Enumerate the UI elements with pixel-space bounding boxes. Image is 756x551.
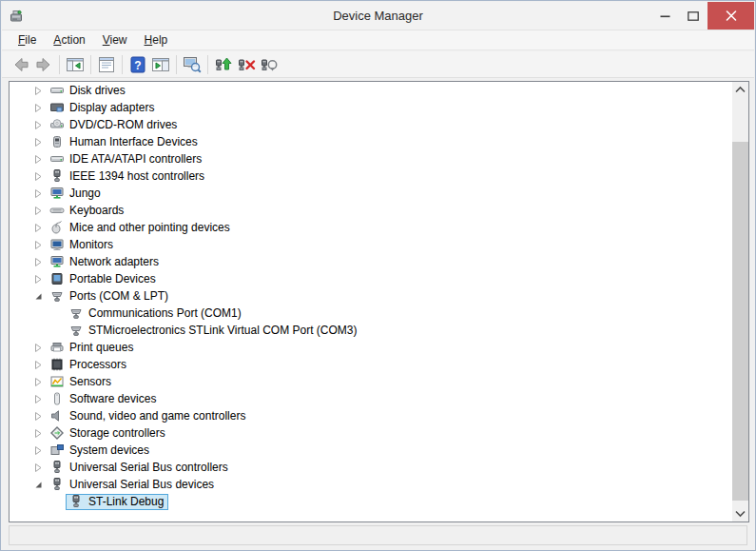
scan-for-hardware-changes-button[interactable] [258,53,281,76]
tree-item-universal-serial-bus-controllers[interactable]: Universal Serial Bus controllers [10,459,732,476]
menu-help[interactable]: Help [136,30,177,49]
expand-icon[interactable] [34,172,43,181]
minimize-button[interactable] [650,2,679,30]
update-driver-button[interactable] [212,53,235,76]
forward-button[interactable] [32,53,55,76]
row-box[interactable]: Monitors [47,237,118,253]
row-box[interactable]: Display adapters [47,100,159,116]
row-box[interactable]: Universal Serial Bus controllers [47,460,233,476]
update-driver-icon [214,55,233,74]
expand-icon[interactable] [34,429,43,438]
tree-item-ports-com-lpt[interactable]: Ports (COM & LPT) [10,287,732,305]
tree-item-sensors[interactable]: Sensors [10,373,732,390]
row-box[interactable]: IDE ATA/ATAPI controllers [47,151,206,167]
maximize-button[interactable] [679,2,708,30]
expand-icon[interactable] [34,412,43,421]
title-bar[interactable]: Device Manager [2,2,754,30]
selected-row-box[interactable]: ST-Link Debug [66,494,168,510]
row-box[interactable]: DVD/CD-ROM drives [47,117,182,133]
tree-item-monitors[interactable]: Monitors [10,236,732,253]
row-box[interactable]: Software devices [47,391,161,407]
row-box[interactable]: Ports (COM & LPT) [47,288,173,305]
expand-icon[interactable] [34,344,43,352]
menu-view[interactable]: View [94,30,136,49]
tree-item-software-devices[interactable]: Software devices [10,390,732,407]
tree-item-human-interface-devices[interactable]: Human Interface Devices [10,133,732,150]
row-box[interactable]: Jungo [47,186,106,202]
expand-icon[interactable] [34,138,43,147]
scan-computer-button[interactable] [181,53,204,76]
uninstall-device-button[interactable] [235,53,258,76]
scrollbar-thumb[interactable] [732,142,748,501]
expand-icon[interactable] [34,104,43,112]
help-button[interactable]: ? [126,53,149,76]
tree-item-network-adapters[interactable]: Network adapters [10,253,732,270]
row-box[interactable]: Processors [47,357,131,373]
expand-icon[interactable] [34,275,43,284]
expand-icon[interactable] [34,361,43,369]
tree-item-label: Software devices [69,391,156,407]
row-box[interactable]: Storage controllers [47,425,170,442]
tree-item-keyboards[interactable]: Keyboards [10,202,732,219]
row-box[interactable]: Disk drives [47,83,130,99]
tree-item-st-link-debug[interactable]: ST-Link Debug [10,493,732,510]
show-hide-console-tree-button[interactable] [64,53,87,76]
tree-item-mice-and-other-pointing-devices[interactable]: Mice and other pointing devices [10,219,732,236]
tree-item-label: Print queues [69,340,133,356]
collapse-icon[interactable] [34,292,43,301]
show-hide-action-pane-button[interactable] [149,53,172,76]
tree-item-jungo[interactable]: Jungo [10,185,732,202]
tree-item-stmicroelectronics-stlink-virtual-com-port-com3[interactable]: STMicroelectronics STLink Virtual COM Po… [10,322,732,339]
expand-icon[interactable] [34,378,43,386]
tree-item-label: Mice and other pointing devices [69,220,230,236]
back-button[interactable] [10,53,32,76]
tree-item-sound-video-and-game-controllers[interactable]: Sound, video and game controllers [10,407,732,424]
tree-item-display-adapters[interactable]: Display adapters [10,99,732,116]
menu-file[interactable]: File [10,30,45,49]
expand-icon[interactable] [34,241,43,249]
collapse-icon[interactable] [34,481,43,489]
row-box[interactable]: IEEE 1394 host controllers [47,168,209,185]
tree-item-universal-serial-bus-devices[interactable]: Universal Serial Bus devices [10,476,732,493]
expand-icon[interactable] [34,395,43,403]
tree-item-processors[interactable]: Processors [10,356,732,373]
tree-item-disk-drives[interactable]: Disk drives [10,82,732,99]
expand-icon[interactable] [34,121,43,129]
tree-item-ieee-1394-host-controllers[interactable]: IEEE 1394 host controllers [10,167,732,185]
row-box[interactable]: Portable Devices [47,271,161,287]
scrollbar-up-button[interactable] [732,82,748,98]
expand-icon[interactable] [34,189,43,198]
row-box[interactable]: Network adapters [47,254,164,270]
tree-item-print-queues[interactable]: Print queues [10,339,732,356]
tree-item-communications-port-com1[interactable]: Communications Port (COM1) [10,305,732,322]
menu-action[interactable]: Action [45,30,93,49]
expand-icon[interactable] [34,463,43,472]
tree-item-system-devices[interactable]: System devices [10,442,732,459]
row-box[interactable]: System devices [47,443,154,459]
row-box[interactable]: Print queues [47,340,138,356]
close-button[interactable] [708,2,754,30]
expand-icon[interactable] [34,207,43,215]
row-box[interactable]: Sensors [47,374,116,390]
scrollbar-down-button[interactable] [732,505,748,521]
close-icon [726,10,737,21]
row-box[interactable]: Mice and other pointing devices [47,220,235,236]
expand-icon[interactable] [34,258,43,266]
properties-button[interactable] [95,53,118,76]
expand-icon[interactable] [34,87,43,95]
row-box[interactable]: Universal Serial Bus devices [47,477,219,493]
row-box[interactable]: Communications Port (COM1) [66,305,246,322]
row-box[interactable]: Human Interface Devices [47,134,203,150]
row-box[interactable]: Sound, video and game controllers [47,408,250,424]
row-box[interactable]: Keyboards [47,203,128,219]
tree-item-storage-controllers[interactable]: Storage controllers [10,424,732,442]
tree-item-ide-ata-atapi-controllers[interactable]: IDE ATA/ATAPI controllers [10,150,732,167]
tree-item-portable-devices[interactable]: Portable Devices [10,270,732,287]
expand-icon[interactable] [34,224,43,232]
expand-icon[interactable] [34,155,43,164]
tree-item-dvd-cd-rom-drives[interactable]: DVD/CD-ROM drives [10,116,732,133]
help-icon: ? [128,55,147,74]
expand-icon[interactable] [34,446,43,455]
device-tree-panel: Disk drivesDisplay adaptersDVD/CD-ROM dr… [9,81,749,522]
row-box[interactable]: STMicroelectronics STLink Virtual COM Po… [66,323,362,339]
